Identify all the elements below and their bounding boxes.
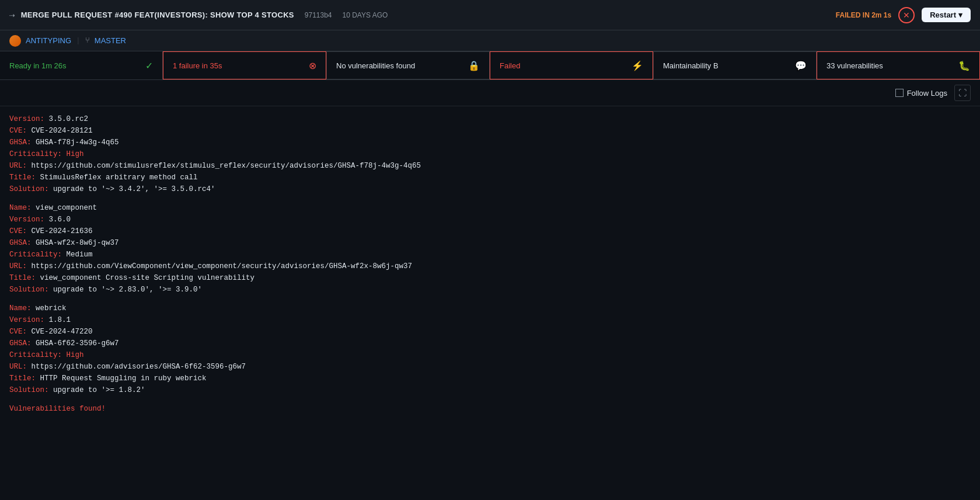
log-val-5: StimulusReflex arbitrary method call [36,173,198,182]
log-val-23: HTTP Request Smuggling in ruby webrick [36,374,207,383]
log-area[interactable]: Version: 3.5.0.rc2CVE: CVE-2024-28121GHS… [0,106,980,500]
log-line-6: Solution: upgrade to '~> 3.4.2', '>= 3.5… [9,183,971,195]
log-key-11: GHSA: [9,239,32,247]
restart-button[interactable]: Restart ▾ [922,8,971,22]
tabs-bar: Ready in 1m 26s✓1 failure in 35s⊗No vuln… [0,51,980,80]
log-val-12: Medium [62,251,93,259]
log-key-13: URL: [9,262,27,270]
org-name[interactable]: ANTITYPING [26,36,71,45]
log-line-10: CVE: CVE-2024-21636 [9,225,971,237]
log-key-0: Version: [9,115,44,123]
log-val-6: upgrade to '~> 3.4.2', '>= 3.5.0.rc4' [49,185,215,193]
log-val-21: High [62,351,84,359]
follow-logs-checkbox[interactable] [895,89,904,97]
tab-label-0: Ready in 1m 26s [9,61,67,70]
log-val-15: upgrade to '~> 2.83.0', '>= 3.9.0' [49,286,203,294]
branch-icon: ⑂ [85,36,90,45]
log-line-21: Criticality: High [9,349,971,361]
log-val-13: https://github.com/ViewComponent/view_co… [27,262,412,270]
pr-commit: 97113b4 [305,11,332,19]
log-line-19: CVE: CVE-2024-47220 [9,326,971,338]
failed-badge: FAILED IN 2m 1s [836,11,891,19]
log-val-24: upgrade to '>= 1.8.2' [49,386,145,394]
log-val-11: GHSA-wf2x-8w6j-qw37 [32,239,119,247]
tab-icon-1: ⊗ [309,60,316,71]
fullscreen-button[interactable]: ⛶ [954,85,971,101]
log-line-22: URL: https://github.com/advisories/GHSA-… [9,361,971,373]
tab-icon-3: ⚡ [632,60,643,71]
log-line-4: URL: https://github.com/stimulusreflex/s… [9,160,971,172]
log-val-1: CVE-2024-28121 [27,127,93,135]
log-key-19: CVE: [9,328,27,336]
header-left: ⇢ MERGE PULL REQUEST #490 FEAT(INVESTORS… [9,9,388,21]
tab-icon-5: 🐛 [958,60,970,71]
toolbar: Follow Logs ⛶ [0,80,980,106]
log-key-17: Name: [9,304,32,312]
log-key-5: Title: [9,173,36,182]
log-key-24: Solution: [9,386,49,394]
log-key-12: Criticality: [9,251,62,259]
log-val-0: 3.5.0.rc2 [44,115,88,123]
log-text-content-26: Vulnerabilities found! [9,405,106,413]
log-line-23: Title: HTTP Request Smuggling in ruby we… [9,373,971,384]
log-val-22: https://github.com/advisories/GHSA-6f62-… [27,363,246,371]
tab-1[interactable]: 1 failure in 35s⊗ [163,51,326,79]
log-key-9: Version: [9,216,44,224]
sub-header: ANTITYPING | ⑂ MASTER [0,30,980,51]
close-button[interactable]: ✕ [898,7,915,23]
tab-icon-0: ✓ [145,60,153,71]
log-key-3: Criticality: [9,150,62,158]
log-key-8: Name: [9,204,32,212]
follow-logs-label: Follow Logs [907,89,947,98]
log-key-23: Title: [9,374,36,383]
log-key-6: Solution: [9,185,49,193]
log-key-1: CVE: [9,127,27,135]
tab-0[interactable]: Ready in 1m 26s✓ [0,51,163,79]
pr-time-ago: 10 DAYS AGO [343,11,388,19]
follow-logs-toggle[interactable]: Follow Logs [895,89,947,98]
tab-icon-2: 🔒 [468,60,480,71]
log-line-14: Title: view_component Cross-site Scripti… [9,272,971,284]
header-bar: ⇢ MERGE PULL REQUEST #490 FEAT(INVESTORS… [0,0,980,30]
log-line-0: Version: 3.5.0.rc2 [9,113,971,125]
log-line-13: URL: https://github.com/ViewComponent/vi… [9,261,971,272]
tab-2[interactable]: No vulnerabilities found🔒 [326,51,490,79]
tab-3[interactable]: Failed⚡ [490,51,653,79]
log-line-5: Title: StimulusReflex arbitrary method c… [9,172,971,183]
org-logo [9,35,21,47]
log-line-1: CVE: CVE-2024-28121 [9,125,971,137]
log-val-10: CVE-2024-21636 [27,227,93,235]
branch-name[interactable]: MASTER [95,36,126,45]
log-key-10: CVE: [9,227,27,235]
tab-4[interactable]: Maintainability B💬 [653,51,817,79]
log-key-20: GHSA: [9,339,32,348]
tab-label-1: 1 failure in 35s [173,61,222,70]
log-line-18: Version: 1.8.1 [9,314,971,326]
log-blank-16 [9,296,971,303]
tab-label-4: Maintainability B [663,61,719,70]
log-line-12: Criticality: Medium [9,249,971,261]
log-key-2: GHSA: [9,138,32,147]
log-val-8: view_component [32,204,97,212]
log-key-22: URL: [9,363,27,371]
log-line-17: Name: webrick [9,303,971,314]
log-blank-7 [9,195,971,202]
log-line-24: Solution: upgrade to '>= 1.8.2' [9,384,971,396]
merge-icon: ⇢ [9,9,15,21]
pr-title: MERGE PULL REQUEST #490 FEAT(INVESTORS):… [21,11,294,19]
log-line-20: GHSA: GHSA-6f62-3596-g6w7 [9,338,971,349]
restart-chevron-icon: ▾ [958,11,962,19]
log-val-3: High [62,150,84,158]
log-text-26: Vulnerabilities found! [9,403,971,415]
log-line-15: Solution: upgrade to '~> 2.83.0', '>= 3.… [9,284,971,296]
log-key-18: Version: [9,316,44,324]
header-right: FAILED IN 2m 1s ✕ Restart ▾ [836,7,971,23]
log-val-9: 3.6.0 [44,216,71,224]
tab-5[interactable]: 33 vulnerabilities🐛 [817,51,980,79]
log-line-3: Criticality: High [9,148,971,160]
log-blank-25 [9,396,971,403]
log-val-2: GHSA-f78j-4w3g-4q65 [32,138,119,147]
log-key-15: Solution: [9,286,49,294]
log-key-14: Title: [9,274,36,282]
log-key-4: URL: [9,162,27,170]
